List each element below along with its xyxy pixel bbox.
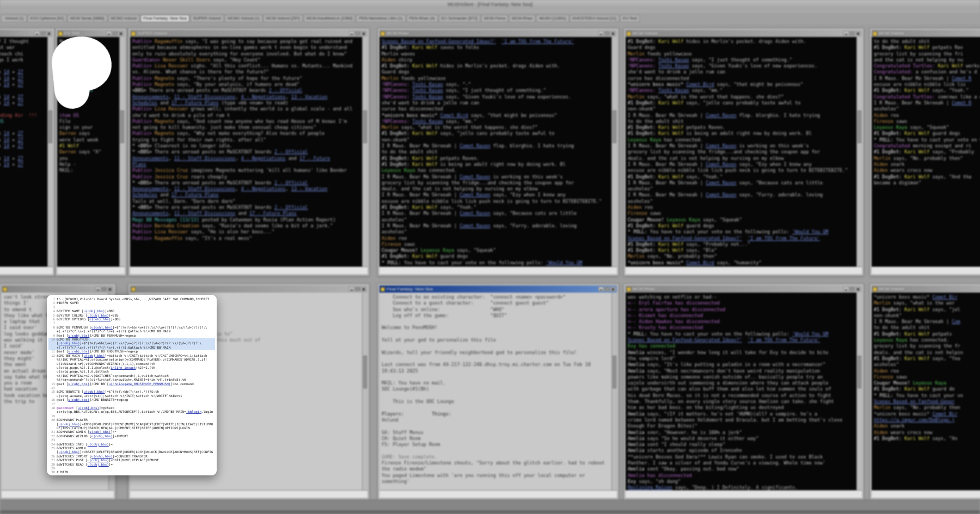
close-button[interactable] xyxy=(855,31,861,36)
terminal-line: curse has disconnected xyxy=(382,106,609,112)
window-titlebar[interactable]: MCM Rhan xyxy=(379,30,617,37)
line-number: 12 xyxy=(48,354,57,358)
line-number: 9 xyxy=(48,334,57,338)
terminal-output[interactable]: Public> Ragamuffin says, "I was going to… xyxy=(130,37,362,267)
session-tab[interactable]: PEN-Rhan (4) xyxy=(407,15,438,22)
terminal-line: I R Maus. Bear Me Skreeah | Comet Raven … xyxy=(628,192,854,198)
session-tab[interactable]: -Volund (1) xyxy=(1,15,27,22)
window-titlebar[interactable]: MCM Volund xyxy=(872,286,980,293)
command-input[interactable] xyxy=(130,490,367,498)
session-tab[interactable]: MCM Seras [3666] xyxy=(68,15,107,22)
command-input[interactable] xyxy=(379,267,617,274)
minimize-button[interactable] xyxy=(843,287,849,292)
command-input[interactable] xyxy=(0,267,53,274)
line-number: 1 xyxy=(48,298,57,301)
code-line: 25&SWITCHES`ADMIN xyxy=(48,447,215,450)
terminal-line: Volund xyxy=(382,417,609,423)
scrollbar[interactable] xyxy=(856,293,862,490)
window-titlebar[interactable]: MCM Rhan xyxy=(626,286,862,293)
scrollbar[interactable] xyxy=(362,293,367,490)
close-button[interactable] xyxy=(107,287,113,292)
terminal-line: I R Maus. Bear Me Skreeah | Comet Raven … xyxy=(382,210,609,216)
scrollbar[interactable] xyxy=(362,37,367,267)
maximize-button[interactable] xyxy=(101,287,107,292)
command-input[interactable] xyxy=(872,267,980,274)
scrollbar[interactable] xyxy=(611,293,617,490)
terminal-line: hosts? I thought xyxy=(0,39,45,45)
session-tab[interactable]: MCM2-Volund (1) xyxy=(225,15,262,22)
terminal-line: boards 14 + 27 xyxy=(0,100,45,106)
maximize-button[interactable] xyxy=(849,287,855,292)
terminal-output[interactable]: Connect to an existing character: "conne… xyxy=(379,293,611,490)
command-input[interactable] xyxy=(130,267,367,274)
command-input[interactable] xyxy=(2,490,114,498)
scrollbar[interactable] xyxy=(119,37,125,267)
close-button[interactable] xyxy=(46,31,52,36)
close-button[interactable] xyxy=(610,31,616,36)
window-titlebar[interactable] xyxy=(130,286,367,293)
session-tab[interactable]: MCM-Finna xyxy=(481,15,508,22)
terminal-line: to do the adult shit xyxy=(382,149,609,155)
terminal-line: assholes" xyxy=(628,199,854,205)
window-titlebar[interactable]: Final Fantasy: New Sea xyxy=(379,286,617,293)
window-titlebar[interactable] xyxy=(0,30,53,37)
command-input[interactable] xyxy=(626,267,862,274)
window-titlebar[interactable] xyxy=(2,286,114,293)
minimize-button[interactable] xyxy=(349,31,354,36)
maximize-button[interactable] xyxy=(355,31,360,36)
scrollbar[interactable] xyxy=(856,37,862,267)
terminal-output[interactable]: was watching on netflix or had--<-- Eryl… xyxy=(626,293,856,490)
session-tab[interactable]: Final Fantasy: New Sea xyxy=(140,15,189,22)
command-input[interactable] xyxy=(626,490,862,498)
terminal-output[interactable]: #1 DogBot: Kari Wolf hides in Merlin's p… xyxy=(626,37,856,267)
command-input[interactable] xyxy=(872,490,980,498)
code-editor-window[interactable]: 1th u(NEWOBJ,Volund's Board System <BBS>… xyxy=(47,295,217,475)
line-number xyxy=(48,342,57,345)
code-line: 22&COMMANDS`WIZARD [u(cobj,bbs)]=IMPORT xyxy=(48,435,215,438)
session-tab[interactable]: PEN-Nameless Lilim (1) xyxy=(356,15,405,22)
maximize-button[interactable] xyxy=(604,287,610,292)
terminal-output[interactable]: *unicorn boss music* Comet BirMerlin say… xyxy=(872,293,980,490)
maximize-button[interactable] xyxy=(604,31,610,36)
window-titlebar[interactable]: SUPER-Volund xyxy=(130,30,367,37)
close-button[interactable] xyxy=(361,31,366,36)
terminal-output[interactable]: hosts? I thoughtd about wared I teach ch… xyxy=(0,37,47,267)
session-tab[interactable]: EV-Test xyxy=(620,15,640,22)
minimize-button[interactable] xyxy=(598,31,604,36)
session-tab[interactable]: SUPER-Volund xyxy=(191,15,224,22)
minimize-button[interactable] xyxy=(843,31,849,36)
terminal-line: curse has disconnected xyxy=(628,76,854,82)
window-titlebar[interactable]: MCM Volund xyxy=(626,30,862,37)
session-tab[interactable]: EC-Schraeder [572] xyxy=(439,15,480,22)
terminal-output[interactable]: to do the adult shit#1 DogBot: Kari Wolf… xyxy=(872,37,980,267)
maximize-button[interactable] xyxy=(355,287,360,292)
terminal-line xyxy=(382,356,609,362)
code-editor-content[interactable]: 1th u(NEWOBJ,Volund's Board System <BBS>… xyxy=(48,298,215,473)
session-tab[interactable]: MCM2-Volund xyxy=(108,15,140,22)
maximize-button[interactable] xyxy=(40,31,46,36)
maximize-button[interactable] xyxy=(849,31,855,36)
command-input[interactable] xyxy=(379,490,617,498)
close-button[interactable] xyxy=(118,31,124,36)
minimize-button[interactable] xyxy=(95,287,101,292)
scrollbar[interactable] xyxy=(611,37,617,267)
session-tab[interactable]: MCM-Rhan xyxy=(509,15,535,22)
window-super-volund: SUPER-Volund Public> Ragamuffin says, "I… xyxy=(128,28,369,276)
minimize-button[interactable] xyxy=(349,287,354,292)
session-tab[interactable]: MUSH [12891] xyxy=(536,15,568,22)
session-tab[interactable]: KHOSTDEV-Volund [11] xyxy=(570,15,619,22)
session-tab[interactable]: MCM-Volund [257] xyxy=(264,15,303,22)
close-button[interactable] xyxy=(361,287,366,292)
terminal-line: Players: Things: xyxy=(382,411,609,417)
terminal-output[interactable]: Scenes Based on Fanfood-Generated Ideas?… xyxy=(379,37,611,267)
session-tab[interactable]: MCM-KaraNineLin [2350] xyxy=(304,15,356,22)
minimize-button[interactable] xyxy=(34,31,40,36)
close-button[interactable] xyxy=(610,287,616,292)
command-input[interactable] xyxy=(57,267,125,274)
minimize-button[interactable] xyxy=(598,287,604,292)
close-button[interactable] xyxy=(855,287,861,292)
window-controls xyxy=(349,31,366,36)
session-tab[interactable]: EX3 Cytherea [92] xyxy=(28,15,66,22)
window-titlebar[interactable]: MCM Volund xyxy=(872,30,980,37)
terminal-line: not going to kill humanity. just make th… xyxy=(132,125,360,131)
